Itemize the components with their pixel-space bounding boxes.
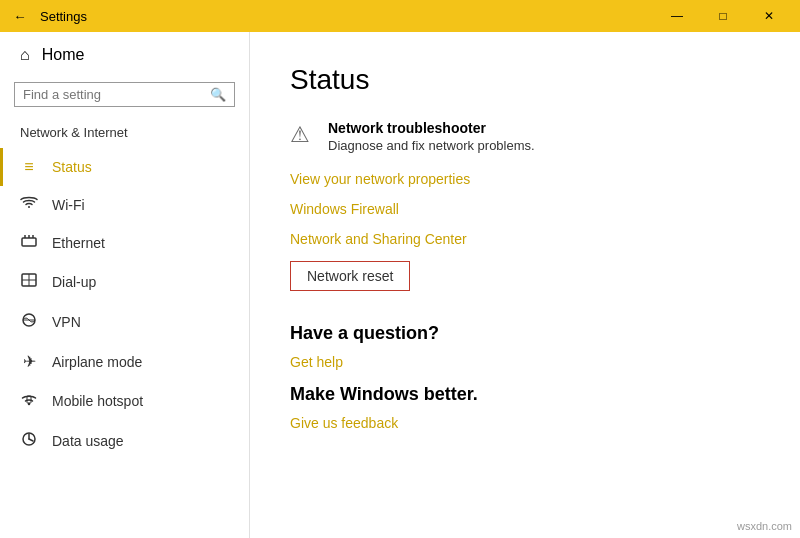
sidebar-item-status[interactable]: ≡ Status xyxy=(0,148,249,186)
sidebar-item-label: Airplane mode xyxy=(52,354,142,370)
troubleshooter-heading: Network troubleshooter xyxy=(328,120,535,136)
sidebar-item-dialup[interactable]: Dial-up xyxy=(0,262,249,302)
minimize-button[interactable]: — xyxy=(654,0,700,32)
sidebar-item-label: Data usage xyxy=(52,433,124,449)
question-heading: Have a question? xyxy=(290,323,760,344)
troubleshooter-desc: Diagnose and fix network problems. xyxy=(328,138,535,153)
feedback-link[interactable]: Give us feedback xyxy=(290,415,760,431)
airplane-icon: ✈ xyxy=(20,352,38,371)
sidebar-section-label: Network & Internet xyxy=(0,119,249,148)
sidebar-item-ethernet[interactable]: Ethernet xyxy=(0,224,249,262)
hotspot-icon xyxy=(20,391,38,411)
firewall-link[interactable]: Windows Firewall xyxy=(290,201,760,217)
page-title: Status xyxy=(290,64,760,96)
home-icon: ⌂ xyxy=(20,46,30,64)
back-button[interactable]: ← xyxy=(8,4,32,28)
watermark: wsxdn.com xyxy=(737,520,792,532)
sidebar-item-label: Mobile hotspot xyxy=(52,393,143,409)
dialup-icon xyxy=(20,272,38,292)
sidebar-home-item[interactable]: ⌂ Home xyxy=(0,32,249,78)
sidebar-item-label: VPN xyxy=(52,314,81,330)
titlebar-left: ← Settings xyxy=(8,4,87,28)
app-title: Settings xyxy=(40,9,87,24)
titlebar: ← Settings — □ ✕ xyxy=(0,0,800,32)
search-box: 🔍 xyxy=(14,82,235,107)
datausage-icon xyxy=(20,431,38,451)
search-icon: 🔍 xyxy=(210,87,226,102)
sidebar-item-label: Status xyxy=(52,159,92,175)
main-content: Status ⚠ Network troubleshooter Diagnose… xyxy=(250,32,800,538)
sidebar-item-label: Ethernet xyxy=(52,235,105,251)
troubleshooter-row: ⚠ Network troubleshooter Diagnose and fi… xyxy=(290,120,760,153)
svg-rect-0 xyxy=(22,238,36,246)
view-network-link[interactable]: View your network properties xyxy=(290,171,760,187)
network-reset-button[interactable]: Network reset xyxy=(290,261,410,291)
wifi-icon xyxy=(20,196,38,214)
maximize-button[interactable]: □ xyxy=(700,0,746,32)
search-input[interactable] xyxy=(23,87,210,102)
sidebar-item-label: Wi-Fi xyxy=(52,197,85,213)
window-controls: — □ ✕ xyxy=(654,0,792,32)
status-icon: ≡ xyxy=(20,158,38,176)
vpn-icon xyxy=(20,312,38,332)
back-icon: ← xyxy=(13,9,26,24)
sidebar-item-datausage[interactable]: Data usage xyxy=(0,421,249,461)
sidebar-item-wifi[interactable]: Wi-Fi xyxy=(0,186,249,224)
app-body: ⌂ Home 🔍 Network & Internet ≡ Status W xyxy=(0,32,800,538)
sidebar: ⌂ Home 🔍 Network & Internet ≡ Status W xyxy=(0,32,250,538)
troubleshooter-info: Network troubleshooter Diagnose and fix … xyxy=(328,120,535,153)
sharing-center-link[interactable]: Network and Sharing Center xyxy=(290,231,760,247)
warning-icon: ⚠ xyxy=(290,122,314,148)
home-label: Home xyxy=(42,46,85,64)
network-reset-label: Network reset xyxy=(307,268,393,284)
sidebar-item-vpn[interactable]: VPN xyxy=(0,302,249,342)
make-better-heading: Make Windows better. xyxy=(290,384,760,405)
ethernet-icon xyxy=(20,234,38,252)
close-button[interactable]: ✕ xyxy=(746,0,792,32)
sidebar-item-label: Dial-up xyxy=(52,274,96,290)
sidebar-item-hotspot[interactable]: Mobile hotspot xyxy=(0,381,249,421)
sidebar-item-airplane[interactable]: ✈ Airplane mode xyxy=(0,342,249,381)
get-help-link[interactable]: Get help xyxy=(290,354,760,370)
